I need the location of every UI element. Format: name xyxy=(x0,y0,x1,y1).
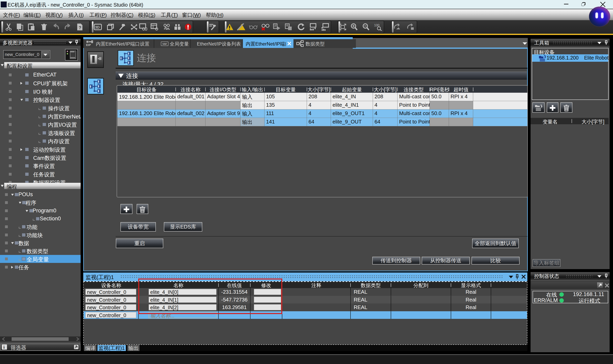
svg-text:?: ? xyxy=(79,25,81,30)
svg-text:100: 100 xyxy=(374,24,379,27)
svg-text:3D: 3D xyxy=(95,25,100,29)
